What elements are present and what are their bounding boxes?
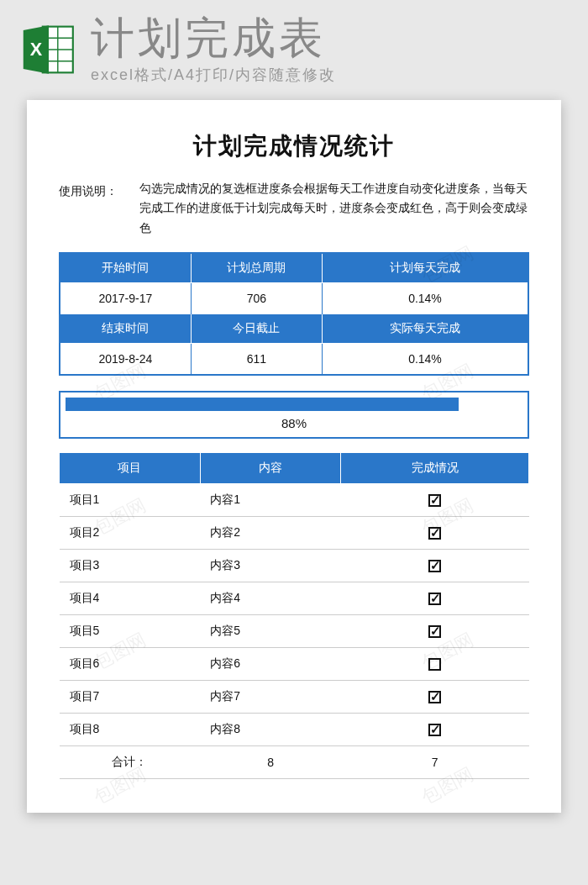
document-page: 计划完成情况统计 使用说明： 勾选完成情况的复选框进度条会根据每天工作进度自动变…: [27, 100, 561, 813]
info-h-period: 计划总周期: [191, 253, 322, 283]
item-name: 项目8: [60, 713, 201, 745]
info-v-end: 2019-8-24: [60, 343, 191, 375]
item-status-cell: [341, 680, 529, 713]
svg-text:X: X: [30, 39, 43, 60]
progress-container: 88%: [59, 391, 529, 439]
checkbox-icon[interactable]: [428, 527, 441, 540]
items-h-content: 内容: [200, 452, 341, 483]
instruction-label: 使用说明：: [59, 179, 124, 199]
info-h-today: 今日截止: [191, 313, 322, 343]
info-h-actualdaily: 实际每天完成: [322, 313, 528, 343]
item-content: 内容7: [200, 680, 341, 713]
table-row: 项目7内容7: [60, 680, 529, 713]
item-name: 项目6: [60, 647, 201, 680]
items-table: 项目 内容 完成情况 项目1内容1项目2内容2项目3内容3项目4内容4项目5内容…: [59, 452, 529, 779]
item-name: 项目2: [60, 516, 201, 549]
sum-done: 7: [341, 745, 529, 778]
item-content: 内容3: [200, 549, 341, 582]
item-status-cell: [341, 647, 529, 680]
item-content: 内容4: [200, 582, 341, 614]
item-name: 项目5: [60, 614, 201, 647]
item-status-cell: [341, 549, 529, 582]
checkbox-icon[interactable]: [428, 724, 441, 736]
item-content: 内容1: [200, 483, 341, 516]
app-header: X 计划完成表 excel格式/A4打印/内容随意修改: [0, 0, 588, 93]
item-status-cell: [341, 713, 529, 745]
sum-total: 8: [200, 745, 341, 778]
item-name: 项目3: [60, 549, 201, 582]
table-row: 项目5内容5: [60, 614, 529, 647]
table-row: 项目3内容3: [60, 549, 529, 582]
table-row: 项目4内容4: [60, 582, 529, 614]
progress-percent: 88%: [66, 411, 522, 432]
info-h-plandaily: 计划每天完成: [322, 253, 528, 283]
item-name: 项目1: [60, 483, 201, 516]
checkbox-icon[interactable]: [428, 658, 441, 671]
item-status-cell: [341, 614, 529, 647]
table-row: 项目6内容6: [60, 647, 529, 680]
item-content: 内容5: [200, 614, 341, 647]
sum-label: 合计：: [60, 745, 201, 778]
info-v-plandaily: 0.14%: [322, 282, 528, 313]
progress-fill: [66, 398, 459, 411]
info-v-start: 2017-9-17: [60, 282, 191, 313]
info-h-start: 开始时间: [60, 253, 191, 283]
item-status-cell: [341, 516, 529, 549]
item-name: 项目4: [60, 582, 201, 614]
header-subtitle: excel格式/A4打印/内容随意修改: [91, 65, 570, 85]
table-row: 项目2内容2: [60, 516, 529, 549]
item-content: 内容8: [200, 713, 341, 745]
item-status-cell: [341, 483, 529, 516]
info-v-actualdaily: 0.14%: [322, 343, 528, 375]
items-h-status: 完成情况: [341, 452, 529, 483]
info-table: 开始时间 计划总周期 计划每天完成 2017-9-17 706 0.14% 结束…: [59, 252, 529, 376]
info-v-period: 706: [191, 282, 322, 313]
checkbox-icon[interactable]: [428, 691, 441, 703]
checkbox-icon[interactable]: [428, 593, 441, 605]
instruction-row: 使用说明： 勾选完成情况的复选框进度条会根据每天工作进度自动变化进度条，当每天完…: [59, 179, 529, 239]
table-row: 项目8内容8: [60, 713, 529, 745]
document-title: 计划完成情况统计: [59, 130, 529, 162]
table-row: 项目1内容1: [60, 483, 529, 516]
checkbox-icon[interactable]: [428, 560, 441, 572]
item-content: 内容2: [200, 516, 341, 549]
header-title: 计划完成表: [91, 15, 570, 61]
item-status-cell: [341, 582, 529, 614]
item-content: 内容6: [200, 647, 341, 680]
progress-bar: [66, 398, 522, 411]
checkbox-icon[interactable]: [428, 494, 441, 507]
excel-icon: X: [18, 19, 79, 80]
checkbox-icon[interactable]: [428, 625, 441, 638]
instruction-text: 勾选完成情况的复选框进度条会根据每天工作进度自动变化进度条，当每天完成工作的进度…: [139, 179, 529, 239]
info-h-end: 结束时间: [60, 313, 191, 343]
items-h-name: 项目: [60, 452, 201, 483]
item-name: 项目7: [60, 680, 201, 713]
info-v-today: 611: [191, 343, 322, 375]
